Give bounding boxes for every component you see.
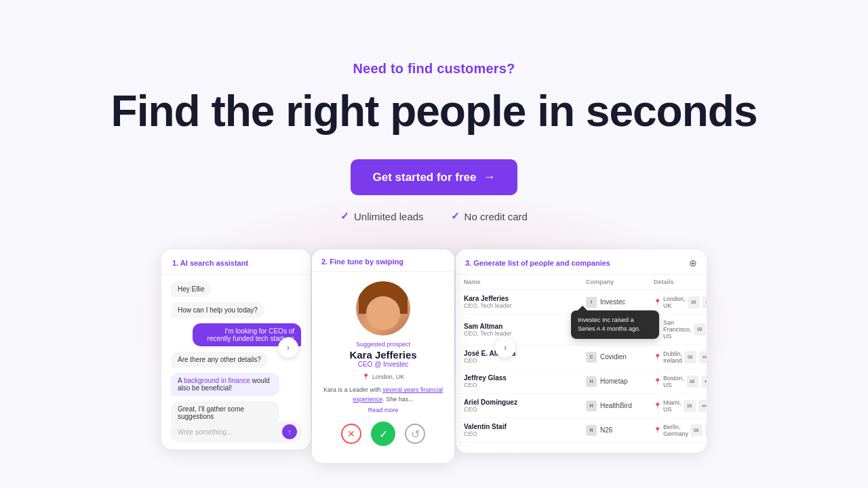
location-text-5: Miami, US (663, 399, 682, 413)
msg-hey-ellie: Hey Ellie (171, 281, 211, 297)
swipe-buttons: ✕ ✓ ↺ (341, 422, 425, 446)
location-5: 📍 Miami, US (654, 399, 682, 413)
table-row: Kara Jefferies CEO, Tech leader I Invest… (456, 290, 707, 314)
person-role-5: CEO (464, 406, 586, 413)
person-info-5: Ariel Dominguez CEO (464, 399, 586, 413)
swipe-reject-button[interactable]: ✕ (341, 424, 361, 444)
profile-location: 📍 London, UK (362, 373, 405, 380)
email-icon-4[interactable]: ✉ (686, 375, 698, 388)
edit-icon-1[interactable]: ✏ (703, 296, 707, 308)
email-icon-6[interactable]: ✉ (690, 424, 703, 436)
swipe-accept-button[interactable]: ✓ (371, 422, 395, 446)
col-company: Company (586, 279, 654, 285)
row1-tooltip: Investec Inc raised a Series A 4 months … (571, 310, 659, 338)
profile-swipe-card: 2. Fine tune by swiping Suggested prospe… (312, 249, 454, 463)
cta-label: Get started for free (372, 171, 476, 184)
company-name-5: HealthBird (600, 402, 632, 409)
hero-heading: Find the right people in seconds (0, 87, 868, 135)
company-logo-5: H (586, 401, 597, 411)
card1-header: 1. AI search assistant (161, 249, 311, 274)
person-info-1: Kara Jefferies CEO, Tech leader (464, 295, 586, 309)
cta-arrow-icon: → (484, 170, 496, 184)
edit-icon-4[interactable]: ✏ (701, 375, 707, 388)
email-icon-5[interactable]: ✉ (684, 400, 696, 412)
action-icons-4: ✉ ✏ 📞 (686, 375, 707, 388)
action-icons-5: ✉ ✏ 📞 (684, 400, 707, 412)
hero-section: Need to find customers? Find the right p… (0, 0, 868, 222)
location-1: 📍 London, UK (654, 296, 686, 309)
company-logo-4: H (586, 376, 597, 387)
expand-icon[interactable]: ⊕ (689, 258, 697, 268)
person-role-2: CEO, Tech leader (464, 330, 586, 337)
pin-icon-1: 📍 (654, 299, 661, 306)
person-name-5: Ariel Dominguez (464, 399, 586, 406)
pin-icon-4: 📍 (654, 378, 661, 385)
location-text-2: San Francisco, US (663, 319, 692, 340)
check-icon-1: ✓ (340, 210, 349, 222)
action-icons-1: ✉ ✏ 📞 (688, 296, 707, 308)
email-icon-2[interactable]: ✉ (694, 323, 706, 336)
chat-input-bar: Write something... ↑ (170, 421, 302, 443)
company-cell-6: N N26 (586, 425, 654, 436)
details-cell-5: 📍 Miami, US ✉ ✏ 📞 (654, 399, 707, 413)
profile-photo (356, 281, 410, 336)
person-role-6: CEO (464, 430, 586, 437)
action-icons-6: ✉ ✏ 📞 (690, 424, 707, 436)
read-more-link[interactable]: Read more (368, 407, 399, 413)
person-info-4: Jeffrey Glass CEO (464, 374, 586, 388)
finance-exp-link: several years financial experience (353, 386, 443, 403)
send-button[interactable]: ↑ (282, 424, 297, 439)
card1-title: 1. AI search assistant (172, 259, 300, 267)
person-name-1: Kara Jefferies (464, 295, 586, 302)
edit-icon-3[interactable]: ✏ (699, 351, 707, 363)
person-role-4: CEO (464, 382, 586, 388)
company-cell-5: H HealthBird (586, 401, 654, 411)
profile-name: Kara Jefferies (349, 349, 416, 361)
profile-role: CEO @ Investec (358, 361, 409, 368)
table-row: José E. Almeida CEO C Covidien 📍 Dublin,… (456, 345, 707, 369)
pin-icon-5: 📍 (654, 403, 661, 409)
company-name-1: Investec (600, 298, 625, 306)
card3-title: 3. Generate list of people and companies (465, 259, 610, 267)
msg-details: Are there any other details? (171, 352, 268, 367)
list-header: 3. Generate list of people and companies… (456, 249, 707, 274)
company-logo-6: N (586, 425, 597, 436)
msg-help: How can I help you today? (171, 302, 264, 318)
location-text-4: Boston, US (663, 375, 684, 388)
check-icon-2: ✓ (451, 210, 460, 222)
edit-icon-5[interactable]: ✏ (698, 400, 707, 412)
location-4: 📍 Boston, US (654, 375, 684, 388)
details-cell-2: 📍 San Francisco, US ✉ ✏ 📞 (654, 319, 707, 340)
feature-no-credit-card: ✓ No credit card (451, 210, 528, 222)
company-name-4: Hometap (600, 378, 628, 385)
table-row: Jeffrey Glass CEO H Hometap 📍 Boston, US… (456, 369, 707, 394)
company-logo-3: C (586, 352, 597, 363)
location-3: 📍 Dublin, Ireland (654, 350, 682, 364)
company-logo-1: I (586, 297, 597, 308)
col-details: Details (654, 279, 707, 285)
company-cell-3: C Covidien (586, 352, 654, 363)
edit-icon-6[interactable]: ✏ (705, 424, 707, 436)
feature-unlimited-leads: ✓ Unlimited leads (340, 210, 424, 222)
cta-button[interactable]: Get started for free → (351, 159, 517, 195)
chat-input-placeholder[interactable]: Write something... (178, 428, 282, 436)
profile-description: Kara is a Leader with several years fina… (312, 386, 454, 404)
pin-icon-6: 📍 (654, 427, 661, 434)
list-columns: Name Company Details (456, 274, 707, 290)
features-row: ✓ Unlimited leads ✓ No credit card (0, 210, 868, 222)
person-name-6: Valentin Staif (464, 423, 586, 430)
location-2: 📍 San Francisco, US (654, 319, 692, 340)
feature-label-1: Unlimited leads (354, 211, 424, 222)
location-text-6: Berlin, Germany (663, 424, 688, 437)
details-cell-6: 📍 Berlin, Germany ✉ ✏ 📞 (654, 424, 707, 437)
company-name-6: N26 (600, 426, 612, 434)
email-icon-3[interactable]: ✉ (684, 351, 696, 363)
email-icon-1[interactable]: ✉ (688, 296, 700, 308)
person-info-2: Sam Altman CEO, Tech leader (464, 323, 586, 337)
person-role-3: CEO (464, 357, 586, 364)
msg-finance: A background in finance would also be be… (171, 373, 279, 396)
card2-header: 2. Fine tune by swiping (312, 249, 454, 272)
swipe-skip-button[interactable]: ↺ (405, 424, 425, 444)
company-name-3: Covidien (600, 353, 627, 361)
person-name-3: José E. Almeida (464, 350, 586, 357)
